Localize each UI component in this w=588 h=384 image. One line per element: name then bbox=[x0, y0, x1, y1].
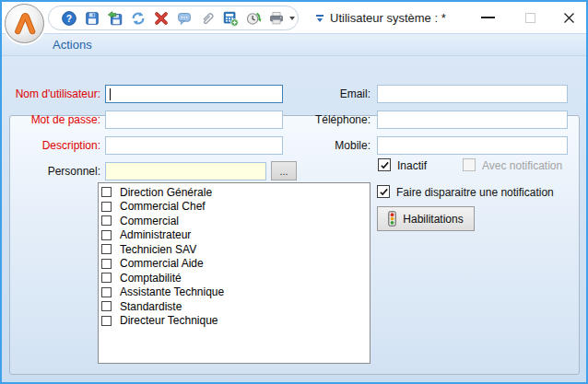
close-button[interactable] bbox=[555, 7, 582, 28]
role-label: Commercial Chef bbox=[120, 200, 206, 213]
personnel-input[interactable] bbox=[105, 162, 266, 180]
description-label: Description: bbox=[2, 139, 100, 152]
maximize-icon bbox=[525, 13, 535, 23]
refresh-icon[interactable] bbox=[130, 10, 147, 27]
role-label: Administrateur bbox=[120, 228, 191, 241]
faire-disparaitre-label[interactable]: Faire disparaitre une notification bbox=[396, 186, 554, 199]
close-icon bbox=[563, 12, 575, 24]
save-close-icon[interactable] bbox=[107, 10, 123, 27]
minimize-icon bbox=[481, 17, 495, 18]
check-icon bbox=[379, 187, 389, 197]
comment-icon[interactable] bbox=[176, 10, 193, 27]
lambda-logo-icon bbox=[8, 7, 41, 41]
habilitations-button[interactable]: Habilitations bbox=[377, 206, 475, 231]
svg-text:?: ? bbox=[66, 13, 72, 23]
role-checkbox[interactable] bbox=[101, 187, 112, 197]
faire-disparaitre-checkbox[interactable] bbox=[377, 185, 390, 198]
app-logo-orb[interactable] bbox=[5, 4, 44, 43]
menu-item-actions[interactable]: Actions bbox=[53, 38, 92, 52]
habilitations-label: Habilitations bbox=[403, 213, 463, 226]
maximize-button bbox=[516, 7, 544, 28]
email-label: Email: bbox=[278, 87, 370, 100]
window-title: Utilisateur système : * bbox=[330, 11, 446, 25]
traffic-light-icon bbox=[388, 211, 396, 227]
description-input[interactable] bbox=[105, 136, 283, 155]
role-row[interactable]: Administrateur bbox=[99, 228, 370, 243]
attachment-icon[interactable] bbox=[199, 10, 216, 27]
toolbar-overflow-icon[interactable] bbox=[312, 10, 327, 27]
text-caret bbox=[110, 88, 111, 100]
check-icon bbox=[380, 160, 390, 170]
avec-notification-label: Avec notification bbox=[482, 159, 562, 172]
user-system-window: ? Utilisateur bbox=[0, 0, 588, 384]
calculator-add-icon[interactable] bbox=[222, 10, 239, 27]
role-label: Comptabilité bbox=[120, 272, 182, 285]
history-icon[interactable] bbox=[245, 10, 262, 27]
role-checkbox[interactable] bbox=[101, 301, 112, 311]
role-label: Commercial bbox=[120, 215, 179, 227]
role-row[interactable]: Commercial Aide bbox=[99, 257, 370, 272]
help-icon[interactable]: ? bbox=[61, 10, 77, 27]
role-label: Standardiste bbox=[120, 300, 182, 313]
role-label: Commercial Aide bbox=[120, 257, 204, 270]
role-row[interactable]: Commercial bbox=[99, 214, 370, 228]
role-row[interactable]: Assistante Technique bbox=[99, 285, 370, 300]
role-row[interactable]: Direction Générale bbox=[99, 185, 370, 200]
role-checkbox[interactable] bbox=[101, 259, 112, 269]
role-label: Direction Générale bbox=[120, 186, 212, 199]
email-input[interactable] bbox=[377, 85, 568, 103]
mobile-label: Mobile: bbox=[278, 139, 370, 152]
role-row[interactable]: Standardiste bbox=[99, 299, 370, 314]
inactif-label[interactable]: Inactif bbox=[397, 159, 427, 172]
telephone-input[interactable] bbox=[377, 111, 568, 129]
mobile-input[interactable] bbox=[377, 136, 568, 155]
personnel-label: Personnel: bbox=[2, 165, 100, 178]
role-row[interactable]: Comptabilité bbox=[99, 271, 370, 285]
role-row[interactable]: Directeur Technique bbox=[99, 314, 370, 329]
quick-access-toolbar: ? bbox=[48, 6, 299, 30]
username-label: Nom d'utilisateur: bbox=[2, 87, 100, 100]
role-checkbox[interactable] bbox=[101, 215, 112, 226]
username-input[interactable] bbox=[105, 85, 283, 103]
telephone-label: Téléphone: bbox=[278, 113, 370, 126]
role-row[interactable]: Technicien SAV bbox=[99, 242, 370, 257]
role-checkbox[interactable] bbox=[101, 287, 112, 297]
password-input[interactable] bbox=[105, 111, 283, 129]
print-icon[interactable] bbox=[268, 10, 285, 27]
personnel-browse-button[interactable]: ... bbox=[271, 161, 297, 180]
roles-listbox[interactable]: Direction Générale Commercial Chef Comme… bbox=[98, 182, 370, 364]
delete-icon[interactable] bbox=[153, 10, 170, 27]
role-checkbox[interactable] bbox=[101, 273, 112, 283]
inactif-checkbox[interactable] bbox=[378, 158, 391, 171]
password-label: Mot de passe: bbox=[2, 113, 100, 126]
role-checkbox[interactable] bbox=[101, 244, 112, 254]
role-label: Assistante Technique bbox=[120, 285, 224, 298]
role-checkbox[interactable] bbox=[101, 202, 112, 212]
avec-notification-checkbox bbox=[463, 158, 476, 171]
save-icon[interactable] bbox=[84, 10, 100, 27]
minimize-button[interactable] bbox=[474, 7, 501, 28]
print-dropdown-caret[interactable] bbox=[289, 17, 295, 20]
role-label: Technicien SAV bbox=[120, 243, 196, 256]
role-checkbox[interactable] bbox=[101, 316, 112, 326]
role-row[interactable]: Commercial Chef bbox=[99, 200, 370, 215]
role-label: Directeur Technique bbox=[120, 314, 218, 327]
role-checkbox[interactable] bbox=[101, 230, 112, 240]
